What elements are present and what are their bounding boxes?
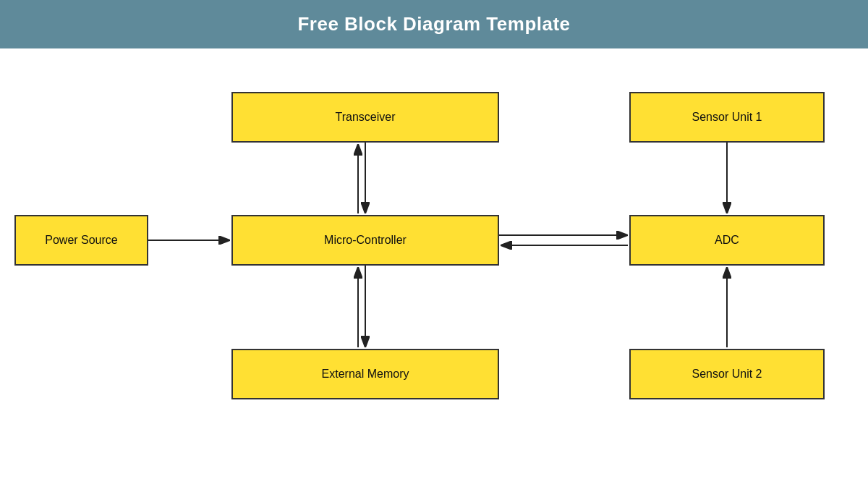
external-memory-block: External Memory: [231, 349, 499, 399]
sensor-unit-2-block: Sensor Unit 2: [629, 349, 825, 399]
diagram-area: Transceiver Micro-Controller Power Sourc…: [0, 70, 868, 487]
header: Free Block Diagram Template: [0, 0, 868, 48]
microcontroller-block: Micro-Controller: [231, 215, 499, 266]
power-source-block: Power Source: [14, 215, 148, 266]
transceiver-block: Transceiver: [231, 92, 499, 143]
sensor-unit-1-block: Sensor Unit 1: [629, 92, 825, 143]
page-title: Free Block Diagram Template: [297, 13, 570, 35]
adc-block: ADC: [629, 215, 825, 266]
